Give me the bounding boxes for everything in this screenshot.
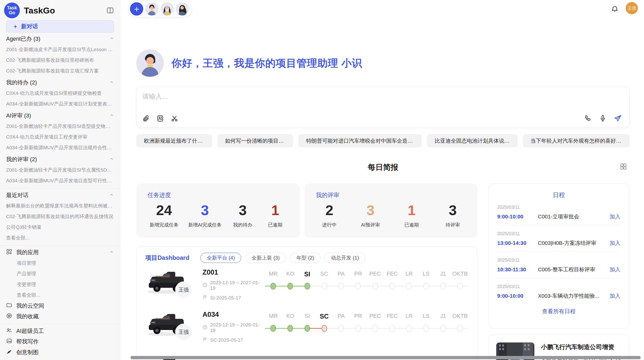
milestone-label: OKTB bbox=[451, 271, 469, 278]
list-item[interactable]: C02-飞腾新能源轻客改款项目的闭环通告反馈情况 bbox=[6, 211, 114, 222]
section-my-apps[interactable]: 我的应用 bbox=[6, 247, 114, 258]
section-title: 我的评审 (2) bbox=[6, 156, 37, 163]
list-item[interactable]: C02-飞腾新能源轻客改款项目立项汇报方案 bbox=[6, 66, 114, 76]
schedule-name: C005-整车工程目标评审 bbox=[538, 266, 606, 273]
suggestion-chip[interactable]: 特朗普可能对进口汽车增税会对中国车企造成哪些影响 bbox=[298, 134, 422, 147]
section-my-review[interactable]: 我的评审 (2) bbox=[6, 154, 114, 165]
card-title: 我的评审 bbox=[316, 191, 466, 199]
stat-new-ai-done: 3 新增AI完成任务 bbox=[188, 202, 222, 228]
milestone-label: PA bbox=[333, 313, 350, 320]
list-item[interactable]: A034-全新新能源MUV产品开发项目法规符合性评审 bbox=[6, 142, 114, 153]
list-item[interactable]: A034-全新新能源MUV产品开发项目计划变更表编写 bbox=[6, 99, 114, 109]
greeting-text: 你好，王强，我是你的项目管理助理 小识 bbox=[171, 56, 362, 70]
section-ai-review[interactable]: AI评审 (3) bbox=[6, 110, 114, 121]
filter-chip-year-model[interactable]: 年型 (2) bbox=[290, 253, 320, 263]
stat-in-progress: 2 进行中 bbox=[318, 202, 341, 228]
chevron-up-icon[interactable] bbox=[109, 79, 114, 86]
filter-chip-powertrain[interactable]: 动总开发 (1) bbox=[325, 253, 365, 263]
list-item[interactable]: Z001-全新燃油轻卡产品开发项目SI节点属性5D文件评审 bbox=[6, 165, 114, 175]
phone-call-icon[interactable] bbox=[584, 114, 592, 123]
milestone-label-current: SI bbox=[299, 271, 316, 278]
list-item[interactable]: C02-飞腾新能源轻客改款项目里程碑画布 bbox=[6, 55, 114, 66]
section-recent-chats[interactable]: 最近对话 bbox=[6, 190, 114, 201]
suggestion-chip[interactable]: 当下年轻人对汽车外观有怎样的喜好趋势 bbox=[523, 134, 630, 147]
view-all-recent[interactable]: 查看全部... bbox=[6, 233, 114, 243]
filter-chip-upfit[interactable]: 全新上装 (3) bbox=[245, 253, 286, 263]
news-title: 小鹏飞行汽车制造公司增资 bbox=[541, 343, 621, 351]
project-info: Z001 2023-12-19 ~ 2027-01-19 SI-2025-05-… bbox=[202, 267, 265, 308]
join-link[interactable]: 加入 bbox=[610, 266, 620, 273]
sidebar-item-project-mgmt[interactable]: 项目管理 bbox=[6, 258, 114, 268]
schedule-item: 2025/03/11 9:00-10:00 C001-立项审批会 加入 bbox=[497, 199, 620, 226]
chevron-up-icon[interactable] bbox=[109, 249, 114, 256]
stat-new-done: 24 新增完成任务 bbox=[150, 202, 179, 228]
stat-label: 新增完成任务 bbox=[150, 222, 179, 228]
view-all-schedule-link[interactable]: 查看所有日程 bbox=[489, 308, 629, 315]
send-icon[interactable] bbox=[614, 114, 622, 123]
stat-value: 3 bbox=[441, 202, 464, 219]
agent-avatar-3[interactable] bbox=[176, 2, 189, 16]
view-all-apps[interactable]: 查看全部... bbox=[6, 290, 114, 301]
sidebar-item-label: 我的云空间 bbox=[16, 302, 44, 310]
sidebar-item-label: AI超级员工 bbox=[16, 327, 44, 335]
project-row-z001[interactable]: 王强 Z001 2023-12-19 ~ 2027-01-19 SI-2025-… bbox=[145, 267, 469, 308]
sidebar-item-label: 创意制图 bbox=[16, 349, 39, 356]
collapse-sidebar-icon[interactable] bbox=[106, 7, 114, 14]
new-chat-label: 新对话 bbox=[21, 23, 38, 30]
join-link[interactable]: 加入 bbox=[610, 292, 620, 299]
section-agent-done[interactable]: Agent已办 (3) bbox=[6, 34, 114, 44]
chevron-up-icon[interactable] bbox=[109, 36, 114, 42]
layout-grid-icon[interactable] bbox=[620, 163, 627, 171]
add-agent-button[interactable]: ＋ bbox=[130, 2, 143, 16]
sidebar-item-creative-draw[interactable]: 创意制图 bbox=[6, 347, 114, 358]
my-review-card: 我的评审 2 进行中 3 AI预评审 1 已逾期 3 bbox=[305, 184, 477, 238]
card-title: 任务进度 bbox=[148, 191, 289, 199]
agent-avatar-1[interactable] bbox=[145, 2, 158, 16]
join-link[interactable]: 加入 bbox=[610, 239, 620, 247]
filter-chip-platform[interactable]: 全新平台 (4) bbox=[200, 253, 241, 263]
project-owner-badge: 王强 bbox=[175, 324, 192, 340]
suggestion-chip[interactable]: 如何写一份清晰的项目周报 bbox=[217, 134, 293, 147]
stat-value: 3 bbox=[188, 202, 222, 219]
sidebar-item-ai-staff[interactable]: AI超级员工 bbox=[6, 326, 114, 336]
agent-avatar-2[interactable] bbox=[160, 2, 174, 16]
stat-label: 已逾期 bbox=[400, 222, 423, 228]
suggestion-chip[interactable]: 欧洲新规最近颁布了什么? bbox=[136, 134, 212, 147]
taskgo-logo: Task Go bbox=[4, 3, 20, 18]
project-dates: 2023-12-19 ~ 2027-01-19 bbox=[202, 280, 265, 291]
sidebar-item-product-mgmt[interactable]: 产品管理 bbox=[6, 268, 114, 279]
user-avatar[interactable]: 王强 bbox=[626, 2, 638, 14]
image-upload-icon[interactable] bbox=[156, 115, 164, 123]
milestone-label: SI bbox=[299, 313, 316, 320]
chat-composer[interactable]: 请输入... bbox=[136, 87, 630, 128]
scissors-icon[interactable] bbox=[171, 115, 178, 123]
milestone-label: J1 bbox=[435, 313, 452, 320]
chevron-up-icon[interactable] bbox=[109, 192, 114, 199]
list-item[interactable]: C0X4-动力总成开发项目SI里程碑提交物检查 bbox=[6, 88, 114, 99]
section-title: Agent已办 (3) bbox=[6, 35, 40, 43]
horizontal-scrollbar[interactable] bbox=[130, 356, 641, 359]
sidebar-item-write-helper[interactable]: 帮我写作 bbox=[6, 336, 114, 347]
sidebar-item-cloud-space[interactable]: 我的云空间 bbox=[6, 301, 114, 311]
join-link[interactable]: 加入 bbox=[610, 213, 620, 220]
notification-bell-icon[interactable] bbox=[611, 5, 619, 14]
suggestion-chip[interactable]: 比亚迪全固态电池计划具体说了什么 bbox=[427, 134, 517, 147]
new-chat-button[interactable]: ＋ 新对话 bbox=[6, 20, 114, 33]
chevron-up-icon[interactable] bbox=[109, 156, 114, 163]
list-item[interactable]: Z001-全新燃油轻卡产品开发项目SI造型提交物评审 bbox=[6, 121, 114, 132]
section-title: 最近对话 bbox=[6, 191, 28, 199]
list-item[interactable]: Z001-全新燃油皮卡产品开发项目SI节点Lesson Learn报告 bbox=[6, 44, 114, 55]
list-item[interactable]: 公司Q3轻卡销量 bbox=[6, 222, 114, 233]
section-my-todo[interactable]: 我的待办 (2) bbox=[6, 77, 114, 88]
sidebar-item-change-mgmt[interactable]: 变更管理 bbox=[6, 279, 114, 290]
sidebar-item-favorites[interactable]: 我的收藏 bbox=[6, 311, 114, 322]
schedule-date: 2025/03/11 bbox=[497, 258, 620, 263]
list-item[interactable]: 解释最新出台的欧盟报废车法规再生塑料比例被调至15%... bbox=[6, 201, 114, 211]
chevron-up-icon[interactable] bbox=[109, 112, 114, 119]
clock-icon bbox=[202, 325, 208, 331]
project-row-a034[interactable]: 王强 A034 2023-12-19 ~ 2026-01-19 SC-2025-… bbox=[145, 310, 469, 350]
list-item[interactable]: C0X4-动力总成开发项目工程变更评审 bbox=[6, 132, 114, 142]
attachment-icon[interactable] bbox=[142, 115, 150, 123]
list-item[interactable]: A034-全新新能源MUV产品开发项目造型可行性评审 bbox=[6, 175, 114, 186]
microphone-icon[interactable] bbox=[599, 114, 607, 123]
